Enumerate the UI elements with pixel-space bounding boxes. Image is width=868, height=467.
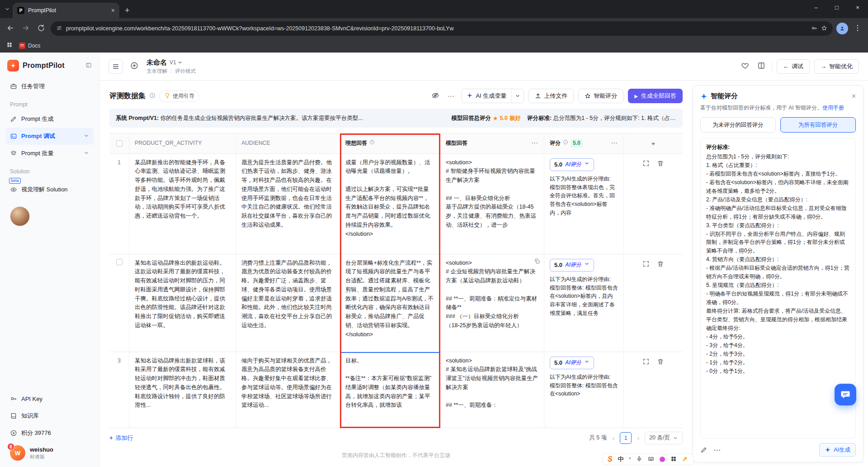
model-column-menu-icon[interactable]: ··· [532, 139, 538, 148]
bookmark-docs[interactable]: Docs [19, 43, 40, 49]
prev-page-button[interactable]: ‹ [611, 434, 615, 442]
help-icon[interactable] [369, 139, 375, 148]
copy-icon[interactable] [534, 258, 540, 267]
cell-score[interactable]: 5.0 AI评分 以下为AI生成的评分理由: 模型回答整体表现出色，完全符合评估… [544, 154, 624, 254]
next-page-button[interactable]: › [636, 434, 640, 442]
hide-column-eye-off-icon[interactable] [429, 90, 441, 103]
skin-brush-icon[interactable] [660, 457, 665, 462]
feedback-heart-icon[interactable] [739, 60, 751, 73]
ai-generate-criteria-button[interactable]: AI生成 [819, 443, 856, 457]
new-tab-button[interactable]: + [119, 6, 135, 18]
delete-row-icon[interactable] [657, 160, 664, 249]
window-minimize-button[interactable]: – [806, 0, 826, 14]
sidebar-item-credits[interactable]: 积分 39776 [5, 424, 94, 442]
user-photo-avatar[interactable] [10, 206, 30, 226]
row-checkbox[interactable] [116, 259, 123, 265]
cell-ideal-answer[interactable]: 台分层策略+标准化生产流程**，实现了短视频内容的批量生产与各平台适配。通过搭建… [340, 254, 440, 352]
edit-criteria-pencil-icon[interactable] [700, 446, 708, 453]
score-unscored-button[interactable]: 为未评分的回答评分 [700, 117, 776, 133]
usage-guide-pill[interactable]: 使用引导 [159, 91, 199, 102]
info-icon[interactable] [563, 139, 568, 148]
smart-score-button[interactable]: 智能评分 [578, 89, 623, 103]
criteria-more-icon[interactable]: ··· [714, 447, 721, 453]
debug-button[interactable]: ← 调试 [777, 59, 810, 74]
bookmark-star-icon[interactable] [821, 25, 827, 33]
add-column-button[interactable]: + [624, 133, 683, 153]
url-bar[interactable]: promptpilot.volcengine.com/workbench/ta-… [51, 21, 833, 36]
sidebar-item-knowledge-base[interactable]: 知识库 [5, 407, 94, 424]
cell-product[interactable]: 某知名运动品牌推出的新款运动鞋。这款运动鞋采用了最新的缓震科技，能有效减轻运动时… [129, 254, 236, 352]
cell-ideal-answer-selected[interactable]: 目标。 **备注**：本方案可根据“数据监测”结果适时调整（如某类内容播放量高，… [340, 352, 440, 428]
cell-model-answer[interactable]: <solution> # 智能健身手环短视频营销内容批量生产解决方案 ## 一、… [440, 154, 544, 254]
compare-columns-icon[interactable] [755, 60, 767, 73]
page-size-select[interactable]: 20 条/页 [645, 432, 683, 444]
expand-row-icon[interactable] [642, 260, 650, 347]
back-icon[interactable] [5, 22, 16, 35]
user-account-row[interactable]: W 8 weishuo 标准版 [5, 442, 94, 462]
cell-audience[interactable]: 消费习惯上注重产品的品质和功能，愿意为优质的运动装备支付较高的价格。兴趣爱好广泛… [236, 254, 340, 352]
ime-settings-wrench-icon[interactable] [682, 456, 689, 463]
cell-model-answer[interactable]: <solution> # 企业短视频营销内容批量生产解决方案（某运动品牌新款运动… [440, 254, 544, 352]
column-header-model-answer[interactable]: 模型回答 ··· [440, 133, 544, 153]
microphone-icon[interactable] [636, 456, 642, 463]
help-chat-button[interactable] [835, 384, 856, 405]
sidebar-item-api-key[interactable]: API Key [5, 390, 94, 407]
more-actions-icon[interactable]: ··· [446, 91, 457, 101]
column-header-audience[interactable]: AUDIENCE [236, 133, 340, 153]
expand-row-icon[interactable] [642, 160, 650, 249]
browser-menu-icon[interactable] [852, 22, 863, 35]
browser-profile-avatar[interactable] [836, 23, 848, 34]
ai-variables-dropdown-caret[interactable] [511, 89, 524, 103]
generate-all-answers-button[interactable]: ▶ 生成全部回答 [628, 89, 683, 103]
forward-icon[interactable] [20, 22, 32, 35]
expand-row-icon[interactable] [642, 358, 650, 423]
score-all-button[interactable]: 为所有回答评分 [780, 117, 856, 133]
window-close-button[interactable]: × [847, 0, 868, 14]
upload-file-button[interactable]: 上传文件 [528, 89, 574, 103]
cell-score[interactable]: 5.0 AI评分 以下为AI生成的评分理由: 模型回答整体: 模型回答包含在<s… [544, 352, 624, 428]
keyboard-icon[interactable] [648, 456, 654, 463]
ai-generate-variables-button[interactable]: AI 生成变量 [461, 89, 524, 103]
sogou-logo-icon[interactable]: S [608, 455, 613, 463]
apps-grid-icon[interactable] [6, 42, 13, 49]
tab-close-icon[interactable]: × [111, 7, 115, 14]
cell-ideal-answer[interactable]: 成量（用户分享的视频数量）、活动曝光量（话题播放量）。 通过以上解决方案，可实现… [340, 154, 440, 254]
sidebar-item-prompt-generate[interactable]: Prompt 生成 [5, 110, 94, 128]
browser-tab[interactable]: P PromptPilot × [13, 3, 119, 18]
delete-row-icon[interactable] [657, 358, 664, 423]
menu-list-icon[interactable] [108, 59, 123, 74]
score-dropdown[interactable]: 5.0 AI评分 [550, 259, 594, 272]
cell-product[interactable]: 某知名运动品牌推出新款篮球鞋，该鞋采用了最新的缓震科技，能有效减轻运动时对脚部的… [129, 352, 236, 428]
add-row-button[interactable]: + 添加行 [109, 434, 133, 442]
score-dropdown[interactable]: 5.0 AI评分 [550, 158, 594, 172]
cell-product[interactable]: 某品牌新推出的智能健身手环，具备心率监测、运动轨迹记录、睡眠监测等多种功能。该手… [129, 154, 236, 254]
close-panel-icon[interactable]: × [852, 92, 856, 100]
cell-audience[interactable]: 倾向于购买与篮球相关的优质产品，愿意为高品质的篮球装备支付高价格。兴趣爱好集中在… [236, 352, 340, 428]
password-key-icon[interactable] [811, 25, 817, 33]
window-maximize-button[interactable]: □ [826, 0, 847, 14]
sidebar-item-prompt-batch[interactable]: Prompt 批量 [5, 145, 94, 162]
score-column-menu-icon[interactable]: ··· [611, 139, 618, 148]
ime-punctuation-icon[interactable]: ’ [629, 456, 631, 463]
ime-grid-icon[interactable] [670, 456, 677, 463]
select-all-checkbox[interactable] [116, 140, 123, 147]
score-dropdown[interactable]: 5.0 AI评分 [550, 357, 594, 370]
version-selector[interactable]: V1 [170, 59, 183, 66]
cell-score[interactable]: 5.0 AI评分 以下为AI生成的评分理由: 模型回答整体: 模型回答包含在<s… [544, 254, 624, 352]
delete-row-icon[interactable] [657, 260, 664, 347]
column-header-product[interactable]: PRODUCT_OR_ACTIVITY [129, 133, 236, 153]
ime-language-mode-icon[interactable]: 中 [618, 455, 623, 463]
column-header-ideal-answer[interactable]: 理想回答 [340, 133, 440, 153]
collapse-sidebar-icon[interactable] [85, 62, 92, 70]
cell-audience[interactable]: 愿意为提升生活质量的产品付费。他们热衷于运动，如跑步、健身、游泳等，对科技产品也… [236, 154, 340, 254]
tab-search-icon[interactable] [5, 6, 10, 12]
current-page[interactable]: 1 [620, 432, 632, 444]
scoring-criteria[interactable]: 评分标准: 总分范围为1 - 5分，评分规则如下: 1. 格式（占比重要）: -… [700, 138, 856, 438]
info-icon[interactable] [149, 92, 156, 100]
system-prompt-bar[interactable]: 系统 Prompt/V1: 你的任务是生成企业短视频营销内容批量生产解决方案。该… [109, 109, 683, 128]
manual-link[interactable]: 使用手册 [822, 105, 844, 111]
sidebar-item-prompt-debug[interactable]: Prompt 调试 [5, 128, 94, 145]
site-settings-icon[interactable] [56, 25, 62, 33]
smart-optimize-button[interactable]: → 智能优化 [814, 59, 859, 74]
cell-model-answer[interactable]: <solution> # 某知名运动品牌新款篮球鞋及“挑战灌篮王”活动短视频营销… [440, 352, 544, 428]
